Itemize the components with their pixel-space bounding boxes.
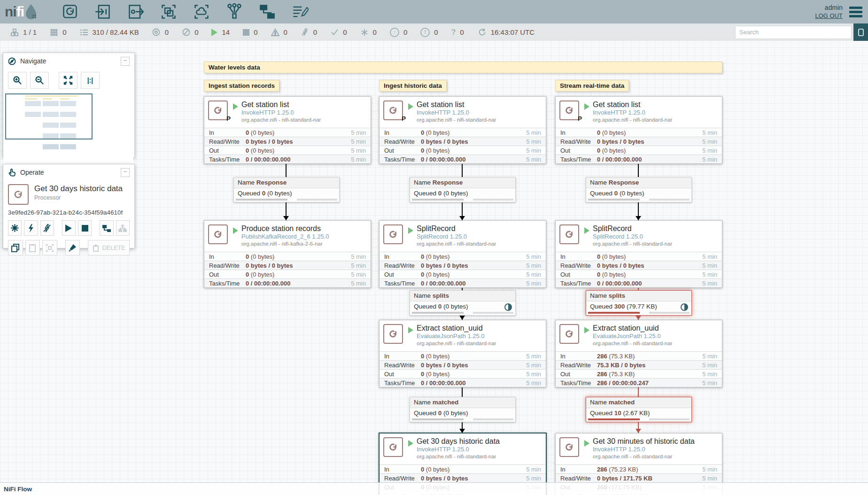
stopped-icon: [243, 29, 249, 36]
navigate-collapse-button[interactable]: −: [121, 57, 130, 66]
navigate-title: Navigate: [20, 57, 46, 65]
queued-list-icon: [80, 28, 88, 37]
processor-splitrecord[interactable]: SplitRecord SplitRecord 1.25.0 org.apach…: [555, 220, 722, 288]
processor-type: EvaluateJsonPath 1.25.0: [593, 333, 672, 340]
birdseye-minimap[interactable]: [3, 93, 133, 175]
processor-get-station-list[interactable]: P Get station list InvokeHTTP 1.25.0 org…: [379, 96, 546, 164]
disabled-icon: [301, 28, 309, 37]
processor-icon: [559, 324, 579, 344]
search-input[interactable]: [735, 26, 852, 39]
primary-node-badge: P: [226, 115, 231, 122]
load-balance-icon: [504, 303, 512, 311]
processor-extract-station-uuid[interactable]: Extract station_uuid EvaluateJsonPath 1.…: [555, 320, 722, 387]
stat-in: In0 (0 bytes)5 min: [204, 128, 371, 137]
copy-button[interactable]: [8, 240, 23, 255]
upload-template-button[interactable]: [116, 220, 130, 236]
locally-modified-stale-count: 0: [434, 28, 438, 36]
processor-get-station-list[interactable]: P Get station list InvokeHTTP 1.25.0 org…: [555, 96, 722, 164]
active-threads-count: 0: [62, 28, 66, 36]
operate-collapse-button[interactable]: −: [121, 168, 130, 177]
stat-out: Out0 (0 bytes)5 min: [556, 270, 722, 278]
processor-produce-station-records[interactable]: Produce station records PublishKafkaReco…: [204, 220, 371, 288]
stat-out: Out0 (0 bytes)5 min: [204, 270, 371, 278]
process-group-tool-icon[interactable]: [158, 2, 179, 21]
locally-modified-count: 0: [373, 28, 377, 36]
connection-arrow: [283, 216, 289, 220]
connection-label-matched[interactable]: Name matched Queued 10 (2.67 KB): [586, 397, 692, 422]
processor-name: Get station list: [241, 101, 321, 109]
processor-extract-station-uuid[interactable]: Extract station_uuid EvaluateJsonPath 1.…: [379, 320, 546, 387]
processor-get-station-list[interactable]: P Get station list InvokeHTTP 1.25.0 org…: [204, 96, 371, 164]
processor-icon: P: [559, 101, 579, 120]
stop-button[interactable]: [78, 220, 92, 236]
label-tool-icon[interactable]: [290, 2, 310, 21]
processor-bundle: org.apache.nifi - nifi-standard-nar: [417, 453, 500, 460]
processor-name: Extract station_uuid: [417, 324, 496, 333]
trash-icon: [93, 244, 99, 252]
connection-label-matched[interactable]: Name matched Queued 0 (0 bytes): [410, 397, 516, 422]
stat-tasks-time: Tasks/Time0 / 00:00:00.0005 min: [204, 155, 371, 163]
processor-icon: [208, 224, 228, 244]
processor-name: SplitRecord: [417, 224, 496, 233]
section-label-ingest-historic-data[interactable]: Ingest historic data: [379, 80, 447, 92]
start-button[interactable]: [62, 220, 76, 236]
running-status-icon: [408, 440, 413, 447]
stat-tasks-time: Tasks/Time286 / 00:00:00.2475 min: [556, 378, 722, 387]
minimap-viewport[interactable]: [5, 93, 93, 139]
group-label-water-levels[interactable]: Water levels data: [204, 62, 722, 73]
breadcrumb-bar: NiFi Flow: [0, 482, 868, 495]
refresh-icon[interactable]: [478, 28, 487, 37]
load-balance-icon: [681, 303, 688, 311]
locally-modified-icon: [360, 28, 369, 37]
current-user: admin: [825, 3, 843, 12]
queued-data-count: 310 / 82.44 KB: [93, 28, 139, 36]
group-button[interactable]: [42, 240, 57, 255]
global-menu-button[interactable]: [849, 7, 862, 17]
processor-bundle: org.apache.nifi - nifi-standard-nar: [593, 340, 672, 347]
output-port-tool-icon[interactable]: [125, 2, 146, 21]
section-label-ingest-station-records[interactable]: Ingest station records: [204, 80, 279, 92]
stat-tasks-time: Tasks/Time0 / 00:00:00.0005 min: [204, 278, 371, 287]
zoom-fit-button[interactable]: [59, 72, 78, 89]
selected-component-id: 3e9fed26-97ab-321a-b24c-354f59a4610f: [8, 209, 130, 216]
connection-label-splits[interactable]: Name splits Queued 0 (0 bytes): [410, 290, 516, 316]
refresh-time: 16:43:07 UTC: [491, 28, 535, 36]
logout-link[interactable]: LOG OUT: [815, 12, 843, 20]
stale-status: ↑ 0: [390, 28, 407, 37]
processor-splitrecord[interactable]: SplitRecord SplitRecord 1.25.0 org.apach…: [379, 220, 546, 288]
remote-process-group-tool-icon[interactable]: [191, 2, 212, 21]
create-template-button[interactable]: [100, 220, 113, 236]
running-status-icon: [584, 327, 589, 333]
processor-type: SplitRecord 1.25.0: [417, 233, 496, 240]
change-color-button[interactable]: [65, 240, 80, 255]
bulletin-board-button[interactable]: [853, 23, 868, 41]
template-tool-icon[interactable]: [257, 2, 278, 21]
connection-label-response[interactable]: Name Response Queued 0 (0 bytes): [233, 177, 340, 202]
sync-failure-status: ? 0: [451, 28, 464, 37]
selected-component-name: Get 30 days historic data: [34, 184, 123, 193]
zoom-in-button[interactable]: [8, 72, 27, 89]
stat-out: Out0 (0 bytes)5 min: [380, 146, 546, 155]
stat-read-write: Read/Write75.3 KB / 0 bytes5 min: [556, 360, 722, 369]
breadcrumb-root[interactable]: NiFi Flow: [4, 486, 32, 493]
disable-button[interactable]: [40, 220, 54, 236]
stat-in: In0 (0 bytes)5 min: [204, 252, 371, 261]
stat-read-write: Read/Write0 bytes / 0 bytes5 min: [380, 261, 546, 270]
stat-out: Out0 (0 bytes)5 min: [204, 146, 371, 155]
transmitting-count: 0: [165, 28, 169, 36]
input-port-tool-icon[interactable]: [93, 2, 113, 21]
delete-button[interactable]: DELETE: [88, 240, 130, 255]
running-status-icon: [584, 440, 589, 447]
processor-tool-icon[interactable]: [60, 2, 80, 21]
configure-button[interactable]: [8, 220, 22, 236]
section-label-stream-real-time-data[interactable]: Stream real-time data: [555, 80, 629, 92]
connection-label-response[interactable]: Name Response Queued 0 (0 bytes): [586, 177, 692, 202]
zoom-out-button[interactable]: [30, 72, 49, 89]
funnel-tool-icon[interactable]: [224, 2, 245, 21]
enable-button[interactable]: [24, 220, 38, 236]
processor-name: SplitRecord: [593, 224, 672, 233]
connection-label-splits[interactable]: Name splits Queued 300 (79.77 KB): [586, 290, 692, 316]
paste-button[interactable]: [25, 240, 40, 255]
zoom-actual-button[interactable]: |:|: [81, 72, 100, 89]
connection-label-response[interactable]: Name Response Queued 0 (0 bytes): [410, 177, 516, 202]
